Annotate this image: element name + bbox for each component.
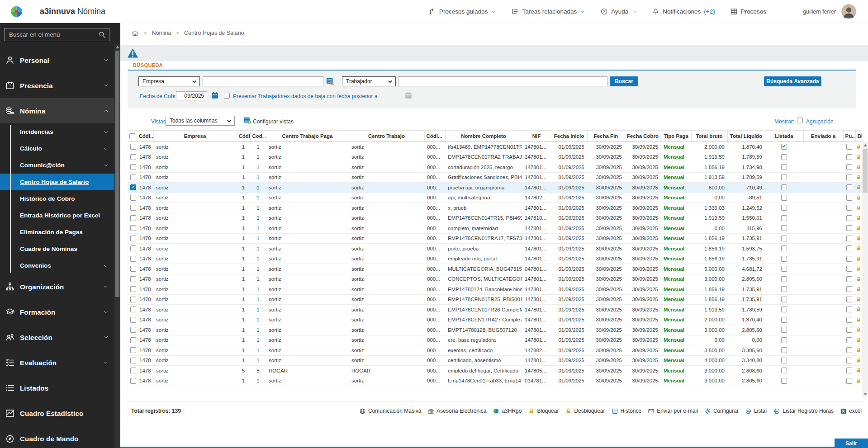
listada-checkbox[interactable] [781,225,787,231]
table-row[interactable]: 1478sortiz11sortizsortiz000...prueba api… [128,183,862,193]
table-row[interactable]: 1478sortiz11sortizsortiz000...x, prueb14… [128,203,862,213]
listada-checkbox[interactable] [781,317,787,323]
sidebar-item-cuadro-de-mando[interactable]: Cuadro de Mando [0,426,114,448]
user-avatar[interactable] [841,4,856,19]
row-select-checkbox[interactable] [130,184,136,190]
footer-tool-asesoria-electronica[interactable]: Asesoría Electrónica [427,408,486,415]
sidebar-item-cuadro-estadistico[interactable]: Cuadro Estadístico [0,401,114,426]
pu-checkbox[interactable] [846,184,852,190]
column-header-fecha_inicio[interactable]: Fecha Inicio [551,131,587,142]
listada-checkbox[interactable] [781,154,787,160]
pu-checkbox[interactable] [846,286,852,292]
sidebar-item-entrada-historico-por-excel[interactable]: Entrada Histórico por Excel [0,207,114,224]
table-row[interactable]: 1478sortiz11sortizsortiz000...EMP1478012… [128,284,862,295]
column-header-centro_trabajo[interactable]: Centro Trabajo [349,131,424,142]
scroll-down-arrow-icon[interactable] [863,393,867,396]
table-row[interactable]: 1478sortiz55HOGARHOGAR000...empledo del … [128,366,862,376]
topbar-menu-procesos-guiados[interactable]: Procesos guiados [428,8,496,15]
table-row[interactable]: 1478sortiz11sortizsortiz000...EMP1478CEN… [128,305,862,315]
table-row[interactable]: 1478sortiz11sortizsortiz000...certificad… [128,355,862,366]
table-row[interactable]: 1478sortiz11sortizsortiz000...EMPT147801… [128,325,862,335]
home-icon[interactable] [131,29,139,37]
pu-checkbox[interactable] [846,297,852,302]
listada-checkbox[interactable] [781,215,787,221]
table-row[interactable]: 1478sortiz11sortizsortiz000...EMP1478CEN… [128,213,862,223]
row-select-checkbox[interactable] [130,144,136,150]
footer-tool-configurar[interactable]: Configurar [704,408,739,415]
listada-checkbox[interactable] [781,174,787,180]
footer-tool-a3hrgo[interactable]: a3HRgo [493,408,522,415]
listada-checkbox[interactable] [781,195,787,201]
table-row[interactable]: 1478sortiz11sortizsortiz000...MULTICATEG… [128,264,862,274]
table-row[interactable]: 1478sortiz11sortizsortiz000...exentas, c… [128,345,862,356]
pu-checkbox[interactable] [846,347,852,353]
listada-checkbox[interactable] [781,164,787,170]
pu-checkbox[interactable] [846,276,852,282]
pu-checkbox[interactable] [846,368,852,373]
breadcrumb-nomina[interactable]: Nómina [152,30,171,36]
footer-tool-enviar-por-e-mail[interactable]: Enviar por e-mail [648,408,698,415]
row-select-checkbox[interactable] [130,154,136,160]
table-row[interactable]: 1478sortiz11sortizsortiz000...completo, … [128,223,862,234]
sidebar-item-convenios[interactable]: Convenios [0,257,114,274]
pu-checkbox[interactable] [846,256,852,262]
pu-checkbox[interactable] [846,205,852,211]
listada-checkbox[interactable] [781,184,787,190]
table-scrollbar[interactable] [862,142,868,397]
row-select-checkbox[interactable] [130,378,136,384]
listada-checkbox[interactable] [781,245,787,251]
table-row[interactable]: 1478sortiz11sortizsortiz000...empleado m… [128,254,862,264]
topbar-menu-tareas-relacionadas[interactable]: Tareas relacionadas [511,8,585,15]
pu-checkbox[interactable] [846,236,852,241]
column-header-pu[interactable]: Pu... [843,131,855,142]
column-header-fecha_fin[interactable]: Fecha Fin [587,131,625,142]
column-header-listada[interactable]: Listada [765,131,803,142]
table-row[interactable]: 1478sortiz11sortizsortiz000...cortadurac… [128,162,862,173]
column-header-total_bruto[interactable]: Total bruto [691,131,727,142]
table-row[interactable]: 1478sortiz11sortizsortiz000...CONCEPTOS,… [128,274,862,284]
empresa-filter-select[interactable]: Empresa [138,76,200,86]
pu-checkbox[interactable] [846,317,852,323]
column-header-enviado_a[interactable]: Enviado a [803,131,843,142]
table-row[interactable]: 1478sortiz11sortizsortiz000...porte, pru… [128,244,862,254]
sidebar-search-input[interactable] [5,28,109,41]
sidebar-item-evaluacion[interactable]: Evaluación [0,350,114,375]
pu-checkbox[interactable] [846,378,852,384]
row-select-checkbox[interactable] [130,256,136,262]
configurar-vistas-icon[interactable] [243,116,251,124]
listada-checkbox[interactable] [781,337,787,343]
sidebar-item-cuadre-de-nominas[interactable]: Cuadre de Nóminas [0,241,114,257]
row-select-checkbox[interactable] [130,286,136,292]
listada-checkbox[interactable] [781,347,787,353]
sidebar-item-seleccion[interactable]: Selección [0,325,114,350]
footer-tool-listar-registro-horas[interactable]: Listar Registro Horas [773,408,834,415]
table-row[interactable]: 1478sortiz11sortizsortiz000...EMP1478CEN… [128,152,862,162]
pu-checkbox[interactable] [846,266,852,272]
topbar-menu-ayuda[interactable]: ?Ayuda [600,8,637,15]
listada-checkbox[interactable] [781,144,787,150]
listada-checkbox[interactable] [781,358,787,363]
listada-checkbox[interactable] [781,297,787,302]
row-select-checkbox[interactable] [130,245,136,251]
column-header-centro_trabajo_paga[interactable]: Centro Trabajo Paga [266,131,349,142]
table-row[interactable]: 1478sortiz11sortizsortiz000...Gratificac… [128,172,862,183]
listada-checkbox[interactable] [781,327,787,333]
buscar-button[interactable]: Buscar [610,76,638,86]
table-row[interactable]: 1478sortiz11sortizsortiz000...EMP1478CEN… [128,294,862,305]
trabajador-filter-select[interactable]: Trabajador [342,76,396,86]
column-header-cod_empresa[interactable]: Códi... [137,131,153,142]
sidebar-item-nomina[interactable]: Nómina [0,98,114,123]
row-select-checkbox[interactable] [130,174,136,180]
busqueda-avanzada-button[interactable]: Búsqueda Avanzada [764,76,821,86]
sidebar-item-incidencias[interactable]: Incidencias [0,123,114,140]
listada-checkbox[interactable] [781,205,787,211]
row-select-checkbox[interactable] [130,337,136,343]
pu-checkbox[interactable] [846,327,852,333]
footer-tool-comunicacion-masiva[interactable]: Comunicación Masiva [359,408,421,415]
table-row[interactable]: 1478sortiz11sortizsortiz000...tfs413489,… [128,142,862,152]
listada-checkbox[interactable] [781,266,787,272]
row-select-checkbox[interactable] [130,164,136,170]
column-header-cod_ct_paga[interactable]: Códi... [237,131,250,142]
sidebar-scrollbar[interactable] [114,44,120,448]
pu-checkbox[interactable] [846,174,852,180]
